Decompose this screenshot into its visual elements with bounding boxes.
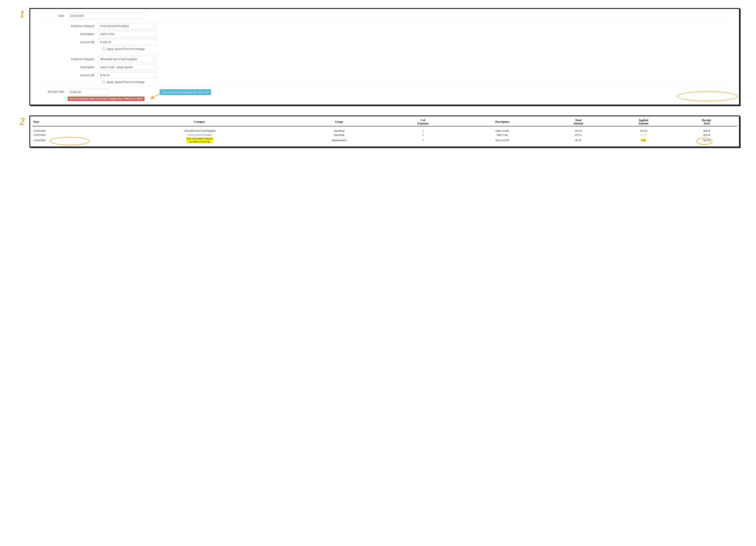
amount-label: Amount ($) — [35, 41, 98, 44]
step-marker-1: 1 — [16, 9, 28, 19]
col-total-amount: TotalAmount — [546, 118, 611, 126]
description-label: Description — [35, 66, 98, 69]
col-date: Date — [32, 118, 108, 126]
expense-category-label: Expense Category — [35, 57, 98, 61]
col-receipt-total: ReceiptTotal — [676, 118, 737, 126]
table-row: 12/03/2020 Non-Allowable ExpensesInclude… — [32, 137, 737, 144]
receipt-total-input[interactable] — [68, 89, 108, 95]
date-label: Date — [35, 14, 68, 17]
col-group: Group — [291, 118, 387, 126]
expense-report-panel: Date Category Group # ofExpenses Descrip… — [29, 115, 740, 147]
expense2-apply-st-checkbox[interactable] — [102, 81, 105, 83]
expense1-description-input[interactable] — [98, 31, 156, 37]
table-row: 12/03/2020 Allowable Non-Food Supplies O… — [32, 126, 737, 133]
step-marker-2: 2 — [16, 116, 28, 127]
expense-report-table: Date Category Group # ofExpenses Descrip… — [32, 118, 737, 144]
highlight-nonallowable: Non-Allowable ExpensesIncluded on Receip… — [186, 137, 213, 143]
highlight-zero-applied: 0.00 — [641, 139, 646, 142]
col-category: Category — [108, 118, 291, 126]
amount-label: Amount ($) — [35, 74, 98, 77]
expense2-category-select[interactable]: Allowable Non-Food Supplies — [98, 56, 156, 62]
col-description: Description — [459, 118, 546, 126]
date-input[interactable] — [68, 12, 144, 19]
col-num-expenses: # ofExpenses — [387, 118, 459, 126]
error-banner: Sum of expenses does not match receipt t… — [68, 97, 145, 101]
expense1-category-select[interactable]: Food (Actual Receipts) — [98, 23, 156, 29]
expense-form-panel: Date Expense Category Food (Actual Recei… — [29, 8, 740, 105]
expense2-amount-input[interactable] — [98, 72, 156, 78]
col-applied-amount: AppliedAmount — [611, 118, 676, 126]
expense2-description-input[interactable] — [98, 64, 156, 70]
description-label: Description — [35, 32, 98, 36]
expense-category-label: Expense Category — [35, 24, 98, 28]
apply-st-label: Apply Space/Time Percentage — [107, 47, 145, 51]
expense1-apply-st-checkbox[interactable] — [102, 48, 105, 50]
check-expenses-button[interactable]: Check Expenses Against Receipt Total — [160, 89, 211, 95]
cell-applied-357: 357.21 — [640, 133, 647, 136]
table-row: 12/03/2020 Food (Actual Receipts) Operat… — [32, 133, 737, 137]
expense1-amount-input[interactable] — [98, 39, 156, 45]
receipt-total-label: Receipt Total — [35, 89, 68, 93]
apply-st-label: Apply Space/Time Percentage — [107, 80, 145, 84]
